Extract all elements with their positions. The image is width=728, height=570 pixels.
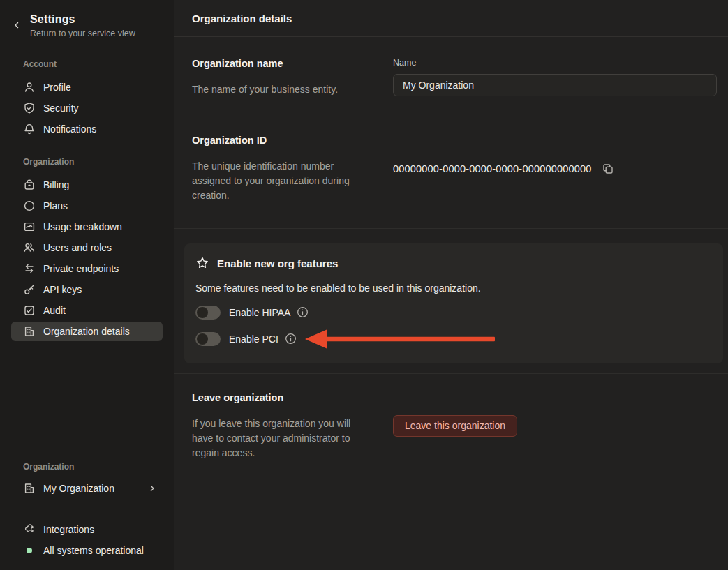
sidebar-item-label: Audit (43, 305, 66, 316)
sidebar-item-billing[interactable]: Billing (11, 175, 163, 195)
sidebar-item-organization-details[interactable]: Organization details (11, 322, 163, 341)
info-icon[interactable] (297, 306, 309, 318)
swap-arrows-icon (23, 262, 36, 275)
integrations-link[interactable]: Integrations (11, 520, 163, 539)
sidebar-item-label: Users and roles (43, 242, 112, 253)
organization-name-input[interactable] (393, 74, 717, 96)
org-switcher-label: Organization (0, 462, 174, 472)
status-label: All systems operational (43, 545, 144, 556)
sidebar-item-security[interactable]: Security (11, 98, 163, 118)
back-button[interactable] (11, 20, 22, 31)
divider (174, 373, 728, 374)
enable-pci-toggle[interactable] (195, 332, 221, 346)
sidebar-item-label: Billing (43, 179, 69, 190)
org-switcher[interactable]: My Organization (11, 479, 163, 498)
enable-hipaa-toggle[interactable] (195, 306, 221, 320)
sidebar-header: Settings Return to your service view (0, 0, 174, 38)
sidebar-item-audit[interactable]: Audit (11, 301, 163, 320)
users-icon (23, 241, 36, 254)
system-status[interactable]: All systems operational (11, 541, 163, 560)
organization-id-value: 00000000-0000-0000-0000-000000000000 (393, 163, 592, 174)
sidebar-item-usage-breakdown[interactable]: Usage breakdown (11, 217, 163, 237)
main-panel: Organization details Organization name T… (174, 0, 728, 570)
star-icon (195, 256, 209, 270)
sidebar-footer: Integrations All systems operational (0, 507, 174, 570)
toggle-label: Enable HIPAA (229, 307, 290, 318)
section-label-account: Account (0, 59, 174, 69)
leave-organization-section: Leave organization If you leave this org… (192, 392, 717, 460)
main-header: Organization details (174, 0, 728, 37)
sidebar-item-label: Security (43, 103, 79, 114)
audit-icon (23, 304, 36, 317)
sidebar-item-label: Notifications (43, 123, 96, 135)
pci-toggle-row: Enable PCI (195, 331, 712, 347)
annotation-arrow-icon (305, 329, 495, 350)
card-title: Enable new org features (217, 257, 338, 269)
info-icon[interactable] (285, 333, 297, 345)
divider (174, 228, 728, 229)
sidebar: Settings Return to your service view Acc… (0, 0, 174, 570)
sidebar-item-users-and-roles[interactable]: Users and roles (11, 238, 163, 257)
section-label-organization: Organization (0, 157, 174, 167)
bell-icon (23, 123, 36, 135)
integrations-label: Integrations (43, 524, 94, 535)
settings-window: Settings Return to your service view Acc… (0, 0, 728, 570)
copy-button[interactable] (602, 163, 614, 175)
enable-features-card: Enable new org features Some features ne… (184, 243, 723, 363)
section-title: Organization name (192, 58, 369, 69)
puzzle-icon (23, 523, 36, 536)
section-title: Organization ID (192, 135, 369, 146)
sidebar-item-plans[interactable]: Plans (11, 196, 163, 216)
copy-icon (602, 163, 614, 175)
sidebar-item-label: Organization details (43, 326, 130, 337)
sidebar-item-label: API keys (43, 284, 82, 295)
sidebar-subtitle: Return to your service view (30, 29, 163, 38)
section-title: Leave organization (192, 392, 369, 403)
page-title: Organization details (192, 13, 292, 24)
sidebar-item-notifications[interactable]: Notifications (11, 119, 163, 139)
user-icon (23, 81, 36, 93)
sidebar-item-label: Plans (43, 200, 68, 211)
account-items: Profile Security Notifications (0, 76, 174, 140)
main-content: Organization name The name of your busin… (174, 37, 728, 570)
sidebar-item-label: Profile (43, 82, 71, 93)
chevron-right-icon (147, 483, 157, 493)
shield-icon (23, 102, 36, 114)
chevron-left-icon (12, 20, 22, 30)
circle-icon (23, 200, 36, 212)
key-icon (23, 283, 36, 296)
status-dot-icon (27, 548, 32, 553)
name-field-label: Name (393, 58, 717, 68)
organization-items: Billing Plans Usage breakdown Users and … (0, 174, 174, 343)
leave-organization-button[interactable]: Leave this organization (393, 415, 517, 437)
sidebar-item-label: Private endpoints (43, 263, 119, 274)
sidebar-bottom: Organization My Organization Integration… (0, 462, 174, 570)
card-description: Some features need to be enabled to be u… (195, 283, 712, 294)
organization-id-section: Organization ID The unique identificatio… (192, 135, 717, 203)
building-icon (23, 325, 36, 338)
section-description: The unique identification number assigne… (192, 159, 368, 203)
section-description: The name of your business entity. (192, 82, 369, 97)
toggle-label: Enable PCI (229, 333, 278, 345)
wallet-icon (23, 179, 36, 191)
sidebar-item-label: Usage breakdown (43, 221, 122, 232)
hipaa-toggle-row: Enable HIPAA (195, 304, 712, 320)
chart-icon (23, 220, 36, 233)
section-description: If you leave this organization you will … (192, 417, 368, 460)
sidebar-item-private-endpoints[interactable]: Private endpoints (11, 259, 163, 278)
sidebar-item-api-keys[interactable]: API keys (11, 280, 163, 299)
building-icon (23, 482, 36, 495)
sidebar-title: Settings (30, 13, 163, 26)
sidebar-item-profile[interactable]: Profile (11, 77, 163, 97)
org-switcher-value: My Organization (43, 483, 114, 494)
organization-name-section: Organization name The name of your busin… (192, 58, 717, 97)
